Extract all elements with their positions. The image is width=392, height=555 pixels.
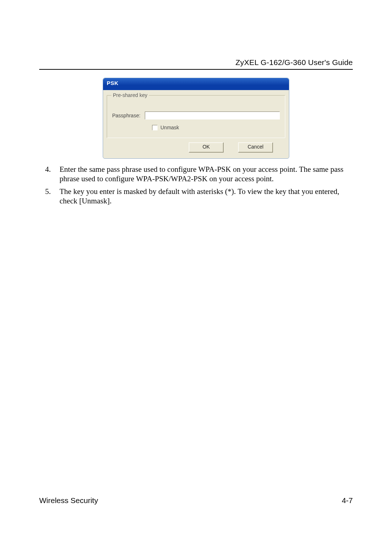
ok-button[interactable]: OK [189,142,224,153]
dialog-title: PSK [107,80,118,86]
cancel-button[interactable]: Cancel [238,142,273,153]
psk-dialog: PSK Pre-shared key Passphrase: Unmask OK… [103,78,289,159]
unmask-checkbox[interactable] [152,125,158,130]
footer-page-number: 4-7 [342,496,353,505]
dialog-client-area: Pre-shared key Passphrase: Unmask OK Can… [103,90,289,158]
passphrase-label: Passphrase: [112,113,145,118]
group-legend: Pre-shared key [111,92,149,98]
list-item-number: 5. [39,187,51,206]
list-item: 4. Enter the same pass phrase used to co… [39,165,353,184]
page-header: ZyXEL G-162/G-360 User's Guide [39,58,353,67]
page-footer: Wireless Security 4-7 [39,496,353,505]
unmask-label: Unmask [160,125,179,130]
footer-section: Wireless Security [39,496,98,505]
passphrase-row: Passphrase: [112,112,280,119]
header-rule [39,69,353,70]
list-item-number: 4. [39,165,51,184]
list-item-text: Enter the same pass phrase used to confi… [60,165,353,184]
dialog-button-row: OK Cancel [107,138,285,155]
dialog-titlebar: PSK [103,78,289,90]
list-item-text: The key you enter is masked by default w… [60,187,353,206]
preshared-key-group: Pre-shared key Passphrase: Unmask [107,95,285,138]
passphrase-input[interactable] [145,112,280,119]
instruction-list: 4. Enter the same pass phrase used to co… [39,165,353,206]
unmask-row: Unmask [152,125,280,130]
list-item: 5. The key you enter is masked by defaul… [39,187,353,206]
